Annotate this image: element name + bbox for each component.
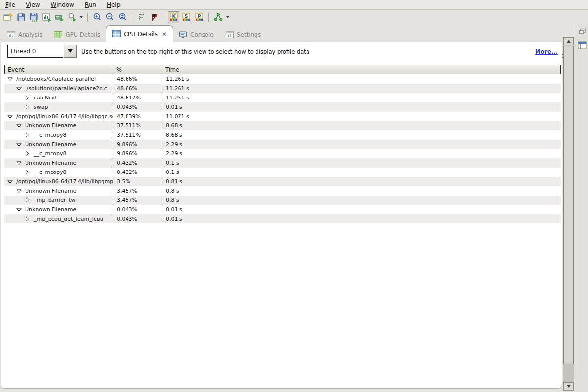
collapse-toggle-icon[interactable] — [15, 143, 22, 147]
table-row[interactable]: Unknown Filename 0.432% 0.1 s — [4, 158, 561, 168]
expand-toggle-icon[interactable] — [24, 216, 31, 221]
tab-gpu-details[interactable]: GPU Details — [48, 27, 106, 42]
reset-flag-button[interactable] — [149, 11, 160, 23]
collapse-toggle-icon[interactable] — [15, 161, 22, 165]
source-s-icon: S — [182, 13, 191, 22]
expand-toggle-icon[interactable] — [24, 132, 31, 138]
menu-view[interactable]: View — [21, 0, 45, 9]
tab-close-icon[interactable]: ✕ — [162, 31, 167, 38]
event-cell: Unknown Filename — [4, 158, 113, 168]
collapse-toggle-icon[interactable] — [15, 124, 22, 128]
expand-toggle-icon[interactable] — [24, 95, 31, 100]
table-row[interactable]: /notebooks/C/laplace_parallel 48.66% 11.… — [4, 74, 561, 84]
tab-cpu-details[interactable]: CPU Details ✕ — [106, 25, 173, 42]
menu-file[interactable]: File — [0, 0, 21, 9]
event-label: calcNext — [34, 95, 57, 101]
profile-search-dropdown-icon[interactable] — [80, 16, 83, 18]
node-graph-button[interactable] — [212, 11, 224, 23]
table-row[interactable]: swap 0.043% 0.01 s — [4, 102, 561, 112]
tab-label: GPU Details — [65, 31, 100, 38]
percent-value: 37.511% — [113, 130, 162, 140]
event-label: _mp_pcpu_get_team_lcpu — [34, 216, 103, 222]
collapse-toggle-icon[interactable] — [15, 189, 22, 193]
profile-search-button[interactable] — [66, 11, 78, 23]
event-cell: Unknown Filename — [4, 121, 113, 130]
time-value: 0.8 s — [162, 186, 561, 196]
scrollbar-thumb[interactable] — [563, 46, 574, 364]
toolbar-separator — [164, 13, 164, 22]
expand-toggle-icon[interactable] — [24, 170, 31, 175]
tab-settings[interactable]: Settings — [220, 27, 267, 42]
svg-text:P: P — [198, 13, 201, 18]
column-header-event[interactable]: Event — [5, 65, 113, 74]
zoom-fit-icon — [118, 12, 128, 22]
column-header-time[interactable]: Time — [162, 65, 560, 74]
save-as-button[interactable] — [28, 11, 40, 23]
percent-value: 3.457% — [113, 186, 162, 196]
kernel-view-button[interactable]: K — [168, 11, 179, 23]
menu-run[interactable]: Run — [79, 0, 102, 9]
table-row[interactable]: __c_mcopy8 0.432% 0.1 s — [4, 168, 561, 177]
percent-value: 0.432% — [113, 168, 162, 177]
gpu-details-icon — [54, 31, 62, 39]
export-timeline-button[interactable] — [53, 11, 65, 23]
node-graph-dropdown-icon[interactable] — [226, 16, 229, 18]
time-value: 0.1 s — [162, 158, 561, 168]
table-row[interactable]: Unknown Filename 37.511% 8.68 s — [4, 121, 561, 130]
scroll-down-button[interactable] — [563, 382, 574, 390]
thread-select[interactable]: Thread 0 — [7, 45, 77, 58]
event-label: __c_mcopy8 — [34, 132, 67, 138]
thread-select-field[interactable]: Thread 0 — [7, 45, 63, 58]
expand-toggle-icon[interactable] — [24, 104, 31, 110]
restore-pane-icon[interactable] — [578, 28, 586, 36]
collapse-toggle-icon[interactable] — [6, 115, 13, 119]
save-button[interactable] — [15, 11, 27, 23]
table-row[interactable]: _mp_barrier_tw 3.457% 0.8 s — [4, 196, 561, 205]
expand-toggle-icon[interactable] — [24, 151, 31, 156]
table-row[interactable]: __c_mcopy8 37.511% 8.68 s — [4, 130, 561, 140]
tab-console[interactable]: Console — [173, 27, 220, 42]
event-label: __c_mcopy8 — [34, 169, 67, 175]
event-cell: Unknown Filename — [4, 186, 113, 196]
menu-help[interactable]: Help — [102, 0, 126, 9]
source-view-button[interactable]: S — [180, 11, 192, 23]
table-row[interactable]: ./solutions/parallel/laplace2d.c 48.66% … — [4, 84, 561, 93]
table-row[interactable]: calcNext 48.617% 11.251 s — [4, 93, 561, 102]
table-row[interactable]: Unknown Filename 0.043% 0.01 s — [4, 205, 561, 214]
node-graph-icon — [213, 12, 223, 22]
svg-text:S: S — [185, 13, 188, 18]
more-link[interactable]: More... — [535, 49, 558, 55]
expand-toggle-icon[interactable] — [24, 197, 31, 203]
event-cell: /opt/pgi/linux86-64/17.4/lib/libpgmp.so — [4, 177, 113, 186]
zoom-out-button[interactable] — [104, 11, 116, 23]
event-cell: Unknown Filename — [4, 140, 113, 149]
percent-value: 37.511% — [113, 121, 162, 130]
collapse-toggle-icon[interactable] — [6, 180, 13, 184]
table-row[interactable]: Unknown Filename 3.457% 0.8 s — [4, 186, 561, 196]
tab-analysis[interactable]: Analysis — [1, 27, 48, 42]
zoom-fit-button[interactable] — [117, 11, 128, 23]
menu-window[interactable]: Window — [46, 0, 79, 9]
thread-select-dropdown-button[interactable] — [64, 45, 77, 58]
time-value: 11.261 s — [162, 84, 561, 93]
tab-bar: Analysis GPU Details CPU Details ✕ Conso… — [0, 24, 588, 42]
menu-bar: File View Window Run Help — [0, 0, 588, 10]
zoom-in-button[interactable] — [91, 11, 103, 23]
collapse-toggle-icon[interactable] — [6, 77, 13, 81]
new-session-button[interactable] — [2, 11, 14, 23]
column-header-percent[interactable]: % — [113, 65, 162, 74]
collapse-toggle-icon[interactable] — [15, 87, 22, 91]
export-chart-button[interactable] — [41, 11, 52, 23]
collapse-toggle-icon[interactable] — [15, 208, 22, 212]
table-row[interactable]: /opt/pgi/linux86-64/17.4/lib/libpgmp.so … — [4, 177, 561, 186]
table-row[interactable]: __c_mcopy8 9.896% 2.29 s — [4, 149, 561, 158]
main-toolbar: K S P — [0, 10, 588, 24]
table-row[interactable]: /opt/pgi/linux86-64/17.4/lib/libpgc.so 4… — [4, 112, 561, 121]
table-row[interactable]: _mp_pcpu_get_team_lcpu 0.043% 0.01 s — [4, 214, 561, 223]
vertical-scrollbar[interactable] — [563, 37, 574, 391]
filter-f-button[interactable] — [136, 11, 148, 23]
program-view-button[interactable]: P — [193, 11, 205, 23]
table-row[interactable]: Unknown Filename 9.896% 2.29 s — [4, 140, 561, 149]
detached-view-icon[interactable] — [578, 41, 587, 50]
scroll-up-button[interactable] — [563, 37, 574, 45]
